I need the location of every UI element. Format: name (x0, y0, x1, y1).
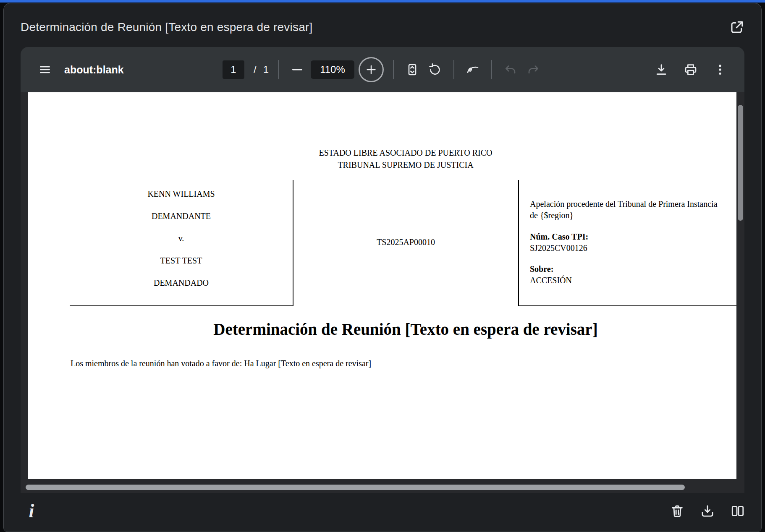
case-number: TS2025AP00010 (293, 237, 518, 247)
footer-download-button[interactable] (698, 502, 717, 520)
more-options-button[interactable] (711, 60, 729, 79)
open-external-button[interactable] (728, 18, 746, 37)
tpi-case-block: Núm. Caso TPI: SJ2025CV00126 (530, 231, 736, 254)
toolbar-left-group: about:blank (36, 60, 124, 79)
page-total: 1 (263, 64, 269, 76)
plus-icon (365, 63, 377, 76)
fit-to-page-icon (406, 63, 419, 76)
modal-header: Determinación de Reunión [Texto en esper… (4, 3, 761, 47)
appeal-origin: Apelación procedente del Tribunal de Pri… (530, 198, 725, 221)
zoom-out-button[interactable] (288, 60, 307, 79)
toolbar-separator (393, 60, 394, 79)
two-page-view-icon (731, 504, 745, 518)
print-icon (684, 63, 697, 76)
tpi-case-label: Núm. Caso TPI: (530, 231, 736, 243)
plaintiff-name: KENN WILLIAMS (147, 189, 215, 199)
annotate-button[interactable] (464, 60, 482, 79)
rotate-button[interactable] (426, 60, 444, 79)
toolbar-separator (491, 60, 492, 79)
appeal-block: Apelación procedente del Tribunal de Pri… (518, 180, 736, 306)
legal-document: ESTADO LIBRE ASOCIADO DE PUERTO RICO TRI… (28, 92, 736, 479)
footer-right-group (668, 502, 747, 520)
toolbar-right-group (652, 60, 729, 79)
defendant-name: TEST TEST (160, 256, 202, 266)
pdf-toolbar: about:blank / 1 110% (21, 47, 744, 92)
redo-button[interactable] (524, 60, 542, 79)
menu-button[interactable] (36, 60, 54, 79)
pdf-viewport: ESTADO LIBRE ASOCIADO DE PUERTO RICO TRI… (21, 92, 744, 493)
delete-button[interactable] (668, 502, 686, 520)
more-vertical-icon (713, 63, 727, 76)
download-button[interactable] (652, 60, 671, 79)
fit-to-page-button[interactable] (403, 60, 422, 79)
horizontal-scrollbar-thumb[interactable] (26, 485, 685, 490)
court-header-line1: ESTADO LIBRE ASOCIADO DE PUERTO RICO (28, 147, 736, 159)
vertical-scrollbar-thumb[interactable] (738, 105, 743, 221)
zoom-level[interactable]: 110% (311, 60, 354, 79)
parties-block: KENN WILLIAMS DEMANDANTE v. TEST TEST DE… (70, 180, 293, 306)
redo-icon (527, 63, 540, 76)
plaintiff-role: DEMANDANTE (152, 211, 211, 221)
page-number-input[interactable] (223, 60, 244, 79)
info-button[interactable]: i (22, 502, 41, 520)
undo-button[interactable] (501, 60, 520, 79)
court-header: ESTADO LIBRE ASOCIADO DE PUERTO RICO TRI… (28, 147, 736, 171)
print-button[interactable] (681, 60, 700, 79)
window-top-accent (0, 0, 765, 3)
pdf-page: ESTADO LIBRE ASOCIADO DE PUERTO RICO TRI… (28, 92, 736, 479)
page-divider: / (254, 64, 257, 76)
document-body: Los miembros de la reunión han votado a … (71, 359, 371, 368)
court-header-line2: TRIBUNAL SUPREMO DE JUSTICIA (28, 159, 736, 171)
minus-icon (290, 63, 304, 77)
modal-title: Determinación de Reunión [Texto en esper… (21, 21, 312, 34)
toolbar-separator (278, 60, 279, 79)
download-tray-icon (700, 504, 715, 518)
tpi-case-number: SJ2025CV00126 (530, 243, 736, 254)
trash-icon (670, 504, 684, 518)
side-by-side-view-button[interactable] (728, 502, 747, 520)
hamburger-menu-icon (39, 63, 51, 76)
subject-label: Sobre: (530, 263, 736, 275)
document-title: Determinación de Reunión [Texto en esper… (28, 320, 736, 339)
zoom-in-button[interactable] (359, 57, 384, 82)
subject-value: ACCESIÓN (530, 275, 736, 286)
undo-icon (504, 63, 517, 76)
toolbar-separator (453, 60, 454, 79)
subject-block: Sobre: ACCESIÓN (530, 263, 736, 286)
download-icon (655, 63, 668, 76)
rotate-counterclockwise-icon (428, 63, 442, 76)
info-icon: i (29, 501, 34, 521)
open-external-icon (729, 20, 744, 35)
document-preview-modal: Determinación de Reunión [Texto en esper… (3, 3, 762, 532)
document-filename: about:blank (64, 64, 124, 76)
versus: v. (178, 234, 184, 243)
modal-footer: i (4, 493, 761, 532)
ink-pen-icon (466, 63, 479, 76)
toolbar-center-group: / 1 110% (223, 57, 542, 82)
pdf-frame: about:blank / 1 110% (21, 47, 744, 493)
defendant-role: DEMANDADO (154, 278, 209, 288)
